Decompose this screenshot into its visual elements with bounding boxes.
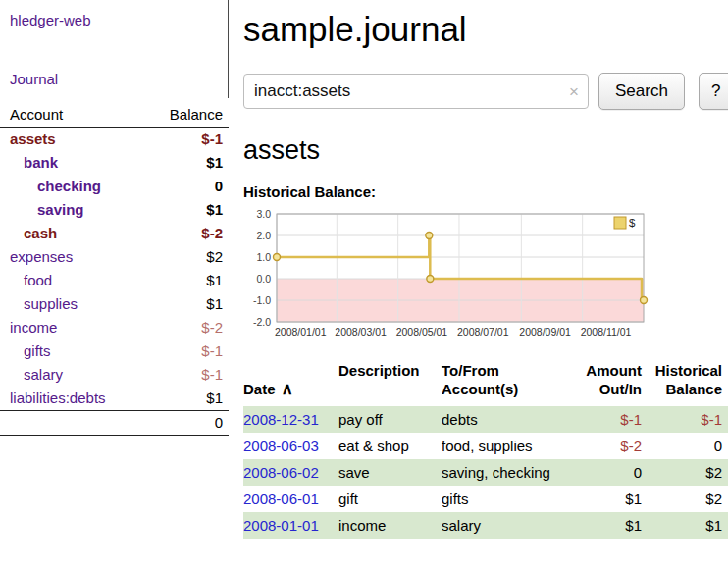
account-balance: $-1: [146, 363, 229, 387]
account-row: food $1: [0, 269, 229, 292]
account-balance: $-2: [146, 316, 229, 339]
date-link[interactable]: 2008-01-01: [243, 517, 319, 534]
date-link[interactable]: 2008-06-01: [243, 491, 319, 507]
account-balance: $-2: [146, 222, 229, 245]
search-input[interactable]: [243, 74, 589, 109]
account-balance: $-1: [146, 128, 229, 152]
account-link-income[interactable]: income: [10, 319, 57, 336]
sidebar-item-journal[interactable]: Journal: [10, 71, 220, 87]
account-balance: $2: [146, 245, 229, 269]
account-row: salary $-1: [0, 363, 229, 387]
account-balance: $1: [146, 292, 229, 316]
page-title: sample.journal: [243, 10, 728, 49]
account-row: assets $-1: [0, 128, 229, 152]
accounts-cell: food, supplies: [442, 433, 561, 459]
date-link[interactable]: 2008-06-03: [243, 438, 319, 454]
register-row: 2008-06-03 eat & shop food, supplies $-2…: [243, 433, 728, 459]
column-header-description[interactable]: Description: [338, 359, 442, 406]
date-header-label: Date: [243, 381, 276, 397]
account-balance: 0: [146, 175, 229, 198]
accounts-table: Account Balance assets $-1 bank $1 check…: [0, 102, 229, 436]
account-row: checking 0: [0, 175, 229, 198]
register-row: 2008-12-31 pay off debts $-1 $-1: [243, 406, 728, 433]
legend-label: $: [629, 217, 636, 229]
account-link-liabilities-debts[interactable]: liabilities:debts: [10, 389, 106, 406]
accounts-col-header-balance: Balance: [146, 102, 229, 128]
account-row: liabilities:debts $1: [0, 387, 229, 411]
account-link-bank[interactable]: bank: [24, 154, 58, 171]
svg-text:2.0: 2.0: [256, 230, 271, 241]
account-link-supplies[interactable]: supplies: [24, 295, 78, 312]
accounts-total-row: 0: [0, 411, 229, 436]
svg-text:2008/03/01: 2008/03/01: [335, 326, 387, 337]
accounts-cell: gifts: [442, 486, 561, 512]
accounts-cell: salary: [442, 512, 561, 539]
help-button[interactable]: ?: [699, 73, 728, 110]
account-balance: $1: [146, 387, 229, 411]
account-link-gifts[interactable]: gifts: [24, 342, 51, 359]
search-form: × Search ?: [243, 73, 728, 110]
accounts-cell: saving, checking: [442, 459, 561, 486]
account-row: saving $1: [0, 198, 229, 222]
account-link-assets[interactable]: assets: [10, 130, 56, 147]
date-link[interactable]: 2008-06-02: [243, 464, 319, 481]
account-heading: assets: [243, 135, 728, 166]
register-table: Date∧ Description To/From Account(s) Amo…: [243, 359, 728, 539]
account-balance: $1: [146, 198, 229, 222]
legend-swatch: [614, 217, 626, 229]
accounts-col-header-account: Account: [0, 102, 146, 128]
column-header-accounts[interactable]: To/From Account(s): [442, 359, 561, 406]
accounts-total-value: 0: [0, 411, 229, 436]
description-cell: pay off: [338, 406, 442, 433]
column-header-date[interactable]: Date∧: [243, 359, 338, 406]
description-cell: save: [338, 459, 442, 486]
svg-text:1.0: 1.0: [256, 251, 271, 263]
svg-text:2008/05/01: 2008/05/01: [396, 326, 448, 337]
register-row: 2008-06-02 save saving, checking 0 $2: [243, 459, 728, 486]
sort-ascending-icon: ∧: [282, 380, 293, 398]
main-content: sample.journal × Search ? assets Histori…: [243, 0, 728, 539]
svg-text:-2.0: -2.0: [253, 316, 271, 328]
svg-text:-1.0: -1.0: [253, 294, 271, 306]
search-button[interactable]: Search: [598, 73, 685, 110]
register-row: 2008-06-01 gift gifts $1 $2: [243, 486, 728, 512]
balance-cell: 0: [642, 433, 728, 459]
register-row: 2008-01-01 income salary $1 $1: [243, 512, 728, 539]
account-balance: $-1: [146, 339, 229, 363]
data-point-marker: [274, 254, 281, 261]
balance-cell: $-1: [642, 406, 728, 433]
account-row: cash $-2: [0, 222, 229, 245]
account-balance: $1: [146, 151, 229, 175]
balance-cell: $2: [642, 486, 728, 512]
account-link-saving[interactable]: saving: [37, 201, 84, 218]
account-link-salary[interactable]: salary: [24, 366, 63, 383]
clear-search-icon[interactable]: ×: [569, 83, 579, 100]
account-row: income $-2: [0, 316, 229, 339]
account-link-checking[interactable]: checking: [37, 178, 101, 194]
data-point-marker: [427, 276, 434, 283]
amount-cell: $-2: [561, 433, 642, 459]
description-cell: gift: [338, 486, 442, 512]
svg-text:2008/09/01: 2008/09/01: [519, 326, 571, 337]
historical-balance-chart: 3.02.01.00.0-1.0-2.02008/01/012008/03/01…: [243, 206, 655, 343]
date-link[interactable]: 2008-12-31: [243, 411, 319, 428]
chart-heading: Historical Balance:: [243, 183, 728, 200]
column-header-amount[interactable]: Amount Out/In: [561, 359, 642, 406]
brand-link[interactable]: hledger-web: [10, 12, 91, 28]
svg-text:0.0: 0.0: [256, 273, 271, 285]
account-balance: $1: [146, 269, 229, 292]
svg-text:2008/11/01: 2008/11/01: [581, 326, 632, 337]
account-link-food[interactable]: food: [24, 272, 52, 288]
account-row: expenses $2: [0, 245, 229, 269]
balance-cell: $1: [642, 512, 728, 539]
description-cell: eat & shop: [338, 433, 442, 459]
data-point-marker: [641, 297, 648, 304]
account-link-cash[interactable]: cash: [24, 225, 57, 241]
sidebar: hledger-web Journal Account Balance asse…: [0, 0, 229, 436]
accounts-cell: debts: [442, 406, 561, 433]
svg-text:3.0: 3.0: [256, 208, 271, 220]
account-link-expenses[interactable]: expenses: [10, 248, 73, 265]
column-header-balance[interactable]: Historical Balance: [642, 359, 728, 406]
data-point-marker: [426, 233, 433, 239]
amount-cell: $1: [561, 512, 642, 539]
